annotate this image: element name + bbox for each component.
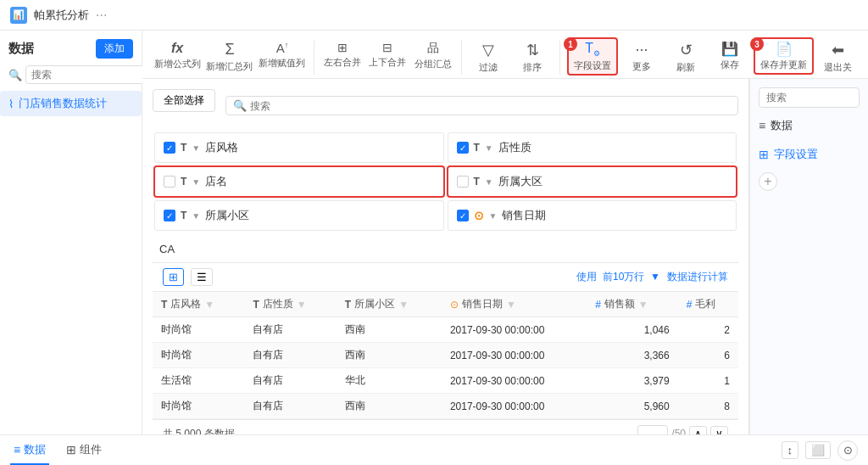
add-sum-col-button[interactable]: Σ 新增汇总列 — [205, 37, 254, 76]
table-use-label: 使用 前10万行 ▼ — [576, 270, 660, 284]
cell-nature: 自有店 — [244, 394, 336, 419]
app-container: 📊 帕累托分析 ··· 数据 添加 🔍 ⊕ ⌇ 门店销售数据统计 — [0, 0, 868, 465]
bottom-icon-2[interactable]: ⬜ — [805, 441, 831, 459]
cell-sales: 3,366 — [587, 343, 678, 368]
col-sort-icon[interactable]: ▼ — [204, 299, 214, 311]
page-next-button[interactable]: ∨ — [710, 426, 728, 434]
app-icon: 📊 — [10, 7, 27, 24]
field-search-input[interactable] — [250, 100, 731, 112]
right-section-field-settings[interactable]: ⊞ 字段设置 — [759, 143, 860, 165]
col-header-store-style: 店风格 — [170, 297, 201, 311]
sum-icon: Σ — [225, 41, 234, 59]
field-sort-store-name[interactable]: ▼ — [192, 177, 200, 187]
add-button[interactable]: 添加 — [96, 39, 133, 59]
right-add-button[interactable]: + — [759, 172, 777, 191]
col-type-T2: T — [253, 299, 259, 311]
field-type-T-store-name: T — [181, 176, 186, 188]
sidebar-item-icon: ⌇ — [8, 98, 14, 110]
col-sort-icon-3[interactable]: ▼ — [398, 299, 409, 311]
cell-date: 2017-09-30 00:00:00 — [442, 343, 587, 368]
field-sort-sub-district[interactable]: ▼ — [192, 211, 200, 221]
table-calc-button[interactable]: 数据进行计算 — [667, 270, 728, 284]
col-header-profit: 毛利 — [695, 297, 715, 311]
bottom-tab-component[interactable]: ⊞ 组件 — [63, 435, 105, 465]
col-profit: # 毛利 — [678, 292, 738, 317]
field-sort-sales-date[interactable]: ▼ — [489, 211, 498, 221]
right-search-input[interactable] — [759, 87, 860, 108]
bottom-tab-data[interactable]: ≡ 数据 — [10, 435, 49, 465]
add-formula-col-button[interactable]: fx 新增公式列 — [153, 37, 202, 74]
sidebar-item-label: 门店销售数据统计 — [19, 96, 107, 111]
table-row: 生活馆 自有店 华北 2017-09-30 00:00:00 3,979 1 — [153, 368, 738, 394]
add-value-col-button[interactable]: A↑ 新增赋值列 — [258, 37, 307, 73]
field-name-sub-district: 所属小区 — [205, 208, 434, 223]
right-data-label: 数据 — [771, 118, 793, 133]
sort-button[interactable]: ⇅ 排序 — [512, 37, 553, 77]
content-area: fx 新增公式列 Σ 新增汇总列 A↑ 新增赋值列 ⊞ 左右合并 ⊟ — [142, 31, 868, 434]
bottom-circle-btn[interactable]: ⊙ — [837, 440, 858, 461]
field-sort-region[interactable]: ▼ — [485, 177, 493, 187]
col-header-sub-district: 所属小区 — [354, 297, 395, 311]
table-rows-dropdown[interactable]: ▼ — [650, 271, 660, 283]
group-sum-label: 分组汇总 — [415, 58, 452, 70]
cell-district: 华北 — [337, 368, 442, 394]
table-rows-label: 前10万行 — [603, 271, 644, 283]
filter-label: 过滤 — [479, 61, 498, 74]
refresh-button[interactable]: ↺ 刷新 — [665, 37, 706, 77]
save-button[interactable]: 💾 保存 — [709, 37, 750, 75]
cell-district: 西南 — [337, 317, 442, 343]
group-sum-button[interactable]: 品 分组汇总 — [412, 37, 454, 74]
exit-button[interactable]: ⬅ 退出关 — [817, 37, 858, 77]
merge-lr-icon: ⊞ — [337, 41, 348, 54]
bottom-icon-1[interactable]: ↕ — [782, 441, 799, 459]
more-label: 更多 — [632, 60, 651, 73]
bottom-bar: ≡ 数据 ⊞ 组件 ↕ ⬜ ⊙ — [0, 434, 868, 465]
exit-label: 退出关 — [824, 61, 852, 74]
col-sort-icon-2[interactable]: ▼ — [297, 299, 307, 311]
table-view-list-button[interactable]: ☰ — [191, 268, 213, 286]
field-checkbox-store-style[interactable]: ✓ — [164, 142, 175, 154]
table-view-grid-button[interactable]: ⊞ — [163, 268, 184, 286]
field-checkbox-region[interactable] — [457, 176, 469, 188]
right-section-data[interactable]: ≡ 数据 — [759, 115, 860, 137]
col-type-num2: # — [687, 299, 693, 311]
field-name-store-style: 店风格 — [205, 140, 434, 155]
col-sort-icon-5[interactable]: ▼ — [638, 299, 648, 311]
page-input[interactable]: 1 — [637, 425, 668, 434]
merge-ud-button[interactable]: ⊟ 上下合并 — [366, 37, 409, 72]
field-checkbox-store-nature[interactable]: ✓ — [457, 142, 469, 154]
field-checkbox-store-name[interactable] — [164, 176, 175, 188]
table-count: 共 5,000 条数据 — [163, 427, 235, 435]
page-total: /50 — [671, 428, 686, 434]
field-item-sub-district: ✓ T ▼ 所属小区 — [154, 200, 444, 231]
sidebar-search-bar: 🔍 ⊕ — [0, 65, 142, 91]
field-name-store-name: 店名 — [205, 174, 434, 189]
sidebar-title: 数据 — [8, 41, 34, 57]
data-table: T 店风格 ▼ T 店性质 — [153, 292, 738, 419]
page-prev-button[interactable]: ∧ — [689, 426, 707, 434]
field-checkbox-sub-district[interactable]: ✓ — [164, 210, 175, 221]
select-all-button[interactable]: 全部选择 — [153, 89, 215, 112]
refresh-label: 刷新 — [676, 61, 695, 74]
col-sort-icon-4[interactable]: ▼ — [506, 299, 516, 311]
field-search-icon: 🔍 — [233, 99, 247, 112]
sidebar-header: 数据 添加 — [0, 39, 142, 65]
cell-date: 2017-09-30 00:00:00 — [442, 394, 587, 419]
merge-lr-button[interactable]: ⊞ 左右合并 — [321, 37, 364, 72]
sidebar-item-store-stats[interactable]: ⌇ 门店销售数据统计 — [0, 91, 142, 116]
cell-sales: 1,046 — [587, 317, 678, 343]
more-icon: ··· — [636, 41, 648, 59]
col-sales-date: ⊙ 销售日期 ▼ — [442, 292, 587, 317]
field-type-date-sales-date: ⊙ — [474, 209, 484, 222]
cell-style: 时尚馆 — [153, 317, 244, 343]
field-sort-store-style[interactable]: ▼ — [192, 143, 200, 153]
top-bar: 📊 帕累托分析 ··· — [0, 0, 868, 31]
top-bar-more[interactable]: ··· — [96, 8, 107, 23]
more-button[interactable]: ··· 更多 — [621, 37, 662, 76]
field-sort-store-nature[interactable]: ▼ — [485, 143, 493, 153]
right-panel: ≡ 数据 ⊞ 字段设置 + — [749, 79, 868, 434]
bottom-right-icons: ↕ ⬜ ⊙ — [782, 440, 859, 461]
save-icon: 💾 — [721, 41, 738, 57]
field-checkbox-sales-date[interactable]: ✓ — [457, 210, 469, 221]
filter-button[interactable]: ▽ 过滤 — [468, 37, 509, 77]
